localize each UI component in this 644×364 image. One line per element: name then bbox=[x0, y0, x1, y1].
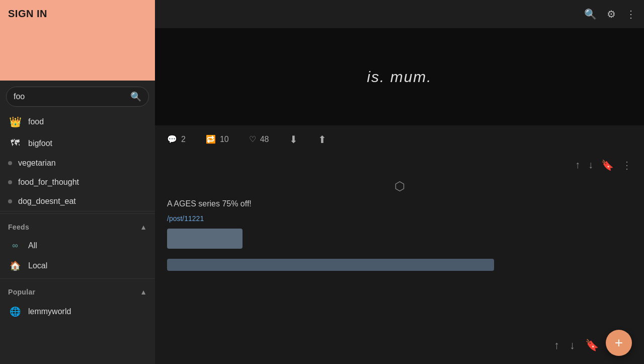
post-url[interactable]: /post/11221 bbox=[167, 214, 632, 223]
local-feed-label: Local bbox=[28, 261, 47, 270]
food-label: food bbox=[28, 117, 44, 126]
share-action[interactable]: ⬆ bbox=[318, 133, 327, 145]
bottom-downvote-icon[interactable]: ↓ bbox=[570, 339, 575, 352]
comment-action[interactable]: 💬 2 bbox=[167, 134, 186, 144]
signin-text: SIGN IN bbox=[8, 8, 47, 20]
like-count: 48 bbox=[260, 135, 269, 144]
search-area: 🔍 bbox=[0, 81, 155, 111]
bigfoot-community-icon: 🗺 bbox=[8, 138, 22, 149]
bottom-upvote-icon[interactable]: ↑ bbox=[554, 339, 559, 352]
post-detail: ↑ ↓ 🔖 ⋮ ⬡ A AGES series 75% off! /post/1… bbox=[155, 153, 644, 277]
download-icon: ⬇ bbox=[289, 133, 298, 145]
filter-icon[interactable]: ⚙ bbox=[607, 8, 616, 20]
feeds-title: Feeds bbox=[8, 223, 29, 231]
feed-item-lemmyworld[interactable]: 🌐 lemmyworld bbox=[0, 301, 155, 322]
downvote-detail-icon[interactable]: ↓ bbox=[588, 159, 593, 171]
promo-button[interactable] bbox=[167, 229, 243, 249]
download-action[interactable]: ⬇ bbox=[289, 133, 298, 145]
bottom-actions-bar: ↑ ↓ 🔖 bbox=[554, 339, 599, 352]
more-icon[interactable]: ⋮ bbox=[626, 8, 636, 20]
lemmyworld-icon: 🌐 bbox=[8, 306, 22, 317]
feeds-section-header: Feeds ▲ bbox=[0, 216, 155, 236]
comment-count: 2 bbox=[181, 135, 186, 144]
repost-action[interactable]: 🔁 10 bbox=[206, 134, 229, 144]
suggestions-dropdown: 👑 food 🗺 bigfoot vegetarian food_for_tho… bbox=[0, 111, 155, 211]
suggestion-food[interactable]: 👑 food bbox=[0, 111, 155, 133]
food-for-thought-dot-icon bbox=[8, 180, 12, 184]
suggestion-bigfoot[interactable]: 🗺 bigfoot bbox=[0, 133, 155, 154]
comment-icon: 💬 bbox=[167, 134, 177, 144]
upvote-detail-icon[interactable]: ↑ bbox=[575, 159, 580, 171]
bookmark-detail-icon[interactable]: 🔖 bbox=[601, 159, 614, 171]
vegetarian-label: vegetarian bbox=[18, 159, 56, 168]
vegetarian-dot-icon bbox=[8, 161, 12, 165]
feed-item-all[interactable]: ∞ All bbox=[0, 236, 155, 255]
food-for-thought-label: food_for_thought bbox=[18, 178, 79, 187]
sidebar: SIGN IN 🔍 👑 food 🗺 bigfoot vegetarian fo… bbox=[0, 0, 155, 364]
post-image-area: is. mum. bbox=[155, 28, 644, 125]
share-icon: ⬆ bbox=[318, 133, 327, 145]
suggestion-vegetarian[interactable]: vegetarian bbox=[0, 154, 155, 173]
popular-section: Popular ▲ 🌐 lemmyworld bbox=[0, 281, 155, 322]
heart-icon: ♡ bbox=[249, 134, 256, 144]
dog-doesnt-eat-dot-icon bbox=[8, 199, 12, 203]
bottom-bookmark-icon[interactable]: 🔖 bbox=[585, 339, 599, 352]
suggestion-food-for-thought[interactable]: food_for_thought bbox=[0, 173, 155, 192]
popular-title: Popular bbox=[8, 288, 35, 296]
suggestion-dog-doesnt-eat[interactable]: dog_doesnt_eat bbox=[0, 192, 155, 211]
external-link-area[interactable]: ⬡ bbox=[167, 179, 632, 193]
local-feed-icon: 🏠 bbox=[8, 260, 22, 271]
repost-icon: 🔁 bbox=[206, 134, 216, 144]
feed-item-local[interactable]: 🏠 Local bbox=[0, 255, 155, 276]
bigfoot-label: bigfoot bbox=[28, 139, 52, 148]
promo-text: A AGES series 75% off! bbox=[167, 199, 632, 208]
post-detail-actions: ↑ ↓ 🔖 ⋮ bbox=[167, 159, 632, 171]
popular-section-header: Popular ▲ bbox=[0, 281, 155, 301]
create-fab-button[interactable]: + bbox=[606, 330, 632, 356]
external-link-icon: ⬡ bbox=[394, 179, 405, 193]
popular-chevron-icon[interactable]: ▲ bbox=[140, 288, 147, 296]
promo-banner bbox=[167, 259, 494, 271]
lemmyworld-label: lemmyworld bbox=[28, 307, 71, 316]
dog-doesnt-eat-label: dog_doesnt_eat bbox=[18, 197, 76, 206]
all-feed-label: All bbox=[28, 241, 37, 250]
search-submit-icon[interactable]: 🔍 bbox=[130, 91, 141, 102]
all-feed-icon: ∞ bbox=[8, 241, 22, 250]
divider-2 bbox=[0, 278, 155, 279]
divider-1 bbox=[0, 213, 155, 214]
food-community-icon: 👑 bbox=[8, 116, 22, 128]
search-box: 🔍 bbox=[6, 87, 149, 107]
more-detail-icon[interactable]: ⋮ bbox=[622, 159, 632, 171]
repost-count: 10 bbox=[220, 135, 229, 144]
signin-banner[interactable]: SIGN IN bbox=[0, 0, 155, 81]
plus-icon: + bbox=[615, 335, 623, 351]
search-input[interactable] bbox=[14, 92, 126, 101]
feeds-section: Feeds ▲ ∞ All 🏠 Local bbox=[0, 216, 155, 276]
search-icon[interactable]: 🔍 bbox=[584, 8, 597, 20]
post-image-text: is. mum. bbox=[367, 68, 432, 86]
like-action[interactable]: ♡ 48 bbox=[249, 134, 269, 144]
post-actions-bar: 💬 2 🔁 10 ♡ 48 ⬇ ⬆ bbox=[155, 125, 644, 153]
feeds-chevron-icon[interactable]: ▲ bbox=[140, 223, 147, 231]
